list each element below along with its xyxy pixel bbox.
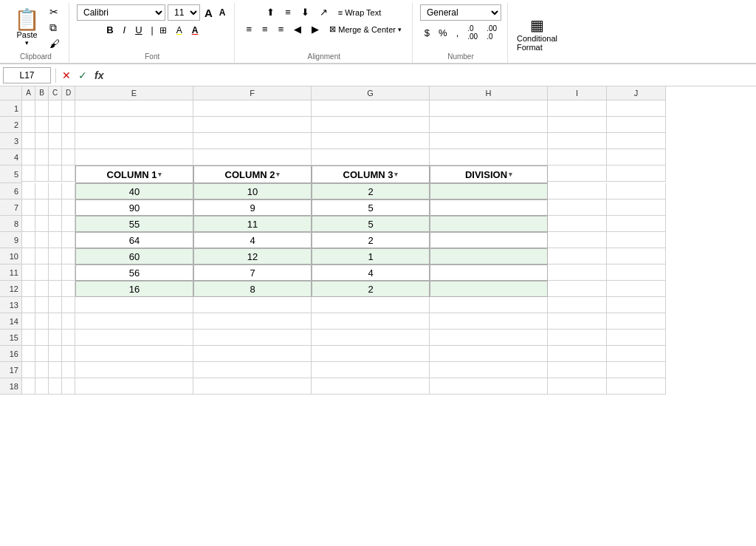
cell-E11[interactable]: 56 <box>75 265 193 281</box>
cell-C5[interactable] <box>49 165 62 182</box>
align-middle-button[interactable]: ≡ <box>281 4 295 20</box>
cell-I12[interactable] <box>548 281 607 297</box>
cell-D2[interactable] <box>62 117 75 133</box>
cell-J11[interactable] <box>607 265 666 281</box>
cell-B7[interactable] <box>35 199 49 216</box>
cell-B6[interactable] <box>35 183 49 199</box>
paste-button[interactable]: 📋 Paste ▾ <box>9 7 45 49</box>
cell-C18[interactable] <box>49 378 62 395</box>
cell-C14[interactable] <box>49 313 62 330</box>
cell-C9[interactable] <box>49 232 62 248</box>
cut-button[interactable]: ✂ <box>47 4 63 19</box>
cell-H17[interactable] <box>430 362 548 378</box>
cell-F7[interactable]: 9 <box>193 199 312 216</box>
col-header-d[interactable]: D <box>62 86 75 100</box>
row-number-17[interactable]: 17 <box>0 362 22 378</box>
cell-F1[interactable] <box>193 100 312 117</box>
cell-D14[interactable] <box>62 313 75 330</box>
cell-H3[interactable] <box>430 133 548 149</box>
cell-D6[interactable] <box>62 183 75 199</box>
formula-cancel-icon[interactable]: ✕ <box>61 68 72 83</box>
cell-I9[interactable] <box>548 232 607 248</box>
row-number-18[interactable]: 18 <box>0 378 22 395</box>
cell-F11[interactable]: 7 <box>193 265 312 281</box>
cell-H16[interactable] <box>430 346 548 362</box>
cell-B2[interactable] <box>35 117 49 133</box>
cell-D5[interactable] <box>62 165 75 182</box>
cell-G7[interactable]: 5 <box>312 199 430 216</box>
cell-G9[interactable]: 2 <box>312 232 430 248</box>
formula-confirm-icon[interactable]: ✓ <box>77 68 89 83</box>
cell-B5[interactable] <box>35 165 49 182</box>
cell-C17[interactable] <box>49 362 62 378</box>
cell-reference-box[interactable]: L17 <box>3 67 51 83</box>
header-dropdown-arrow-F[interactable]: ▾ <box>276 171 280 178</box>
col-header-c[interactable]: C <box>49 86 62 100</box>
row-number-15[interactable]: 15 <box>0 330 22 346</box>
cell-E6[interactable]: 40 <box>75 183 193 199</box>
cell-G6[interactable]: 2 <box>312 183 430 199</box>
decrease-decimal-button[interactable]: .00.0 <box>483 22 501 43</box>
cell-D17[interactable] <box>62 362 75 378</box>
cell-G5[interactable]: COLUMN 3▾ <box>312 165 430 183</box>
cell-J7[interactable] <box>607 199 666 216</box>
cell-G14[interactable] <box>312 313 430 330</box>
cell-I11[interactable] <box>548 265 607 281</box>
cell-H5[interactable]: DIVISION▾ <box>430 165 548 183</box>
indent-inc-button[interactable]: ▶ <box>307 21 323 37</box>
row-number-16[interactable]: 16 <box>0 346 22 362</box>
align-top-button[interactable]: ⬆ <box>262 4 279 20</box>
cell-D18[interactable] <box>62 378 75 395</box>
cell-J1[interactable] <box>607 100 666 117</box>
cell-F10[interactable]: 12 <box>193 248 312 265</box>
cell-I10[interactable] <box>548 248 607 265</box>
col-header-i[interactable]: I <box>548 86 607 100</box>
cell-J9[interactable] <box>607 232 666 248</box>
cell-H14[interactable] <box>430 313 548 330</box>
cell-H10[interactable] <box>430 248 548 265</box>
cell-D11[interactable] <box>62 265 75 281</box>
cell-C6[interactable] <box>49 183 62 199</box>
cell-I6[interactable] <box>548 183 607 199</box>
cell-J4[interactable] <box>607 149 666 165</box>
font-name-select[interactable]: Calibri <box>77 4 165 21</box>
orientation-button[interactable]: ↗ <box>315 4 332 20</box>
row-number-3[interactable]: 3 <box>0 133 22 149</box>
header-dropdown-arrow-G[interactable]: ▾ <box>394 171 398 178</box>
font-size-select[interactable]: 11 <box>168 4 200 21</box>
cell-E12[interactable]: 16 <box>75 281 193 297</box>
currency-button[interactable]: $ <box>421 25 433 41</box>
col-header-b[interactable]: B <box>35 86 49 100</box>
cell-B18[interactable] <box>35 378 49 395</box>
cell-H8[interactable] <box>430 216 548 232</box>
align-center-button[interactable]: ≡ <box>258 21 272 37</box>
cell-A18[interactable] <box>22 378 35 395</box>
cell-A14[interactable] <box>22 313 35 330</box>
cell-F9[interactable]: 4 <box>193 232 312 248</box>
cell-G16[interactable] <box>312 346 430 362</box>
row-number-13[interactable]: 13 <box>0 297 22 313</box>
row-number-2[interactable]: 2 <box>0 117 22 133</box>
cell-I15[interactable] <box>548 330 607 346</box>
cell-I3[interactable] <box>548 133 607 149</box>
cell-E18[interactable] <box>75 378 193 395</box>
cell-H13[interactable] <box>430 297 548 313</box>
cell-F8[interactable]: 11 <box>193 216 312 232</box>
cell-C8[interactable] <box>49 216 62 232</box>
fill-color-button[interactable]: A <box>173 23 186 38</box>
cell-F12[interactable]: 8 <box>193 281 312 297</box>
cell-A1[interactable] <box>22 100 35 117</box>
cell-A16[interactable] <box>22 346 35 362</box>
cell-H12[interactable] <box>430 281 548 297</box>
cell-J5[interactable] <box>607 165 666 182</box>
cell-E16[interactable] <box>75 346 193 362</box>
cell-B1[interactable] <box>35 100 49 117</box>
cell-E10[interactable]: 60 <box>75 248 193 265</box>
col-header-h[interactable]: H <box>430 86 548 100</box>
cell-C3[interactable] <box>49 133 62 149</box>
cell-F6[interactable]: 10 <box>193 183 312 199</box>
cell-J16[interactable] <box>607 346 666 362</box>
cell-B13[interactable] <box>35 297 49 313</box>
cell-G4[interactable] <box>312 149 430 165</box>
format-painter-button[interactable]: 🖌 <box>47 36 63 51</box>
